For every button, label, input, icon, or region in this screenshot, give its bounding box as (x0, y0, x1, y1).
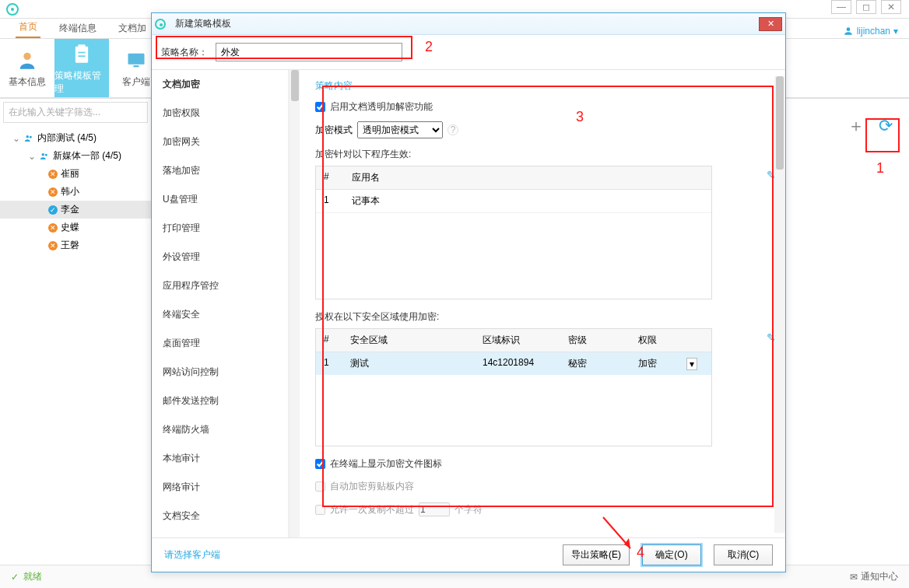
annotation-2: 2 (425, 39, 433, 55)
category-item[interactable]: 审批流程 (152, 530, 288, 537)
category-item[interactable]: 加密网关 (152, 128, 288, 156)
enable-encryption-label: 启用文档透明加解密功能 (330, 100, 433, 114)
dialog-title: 新建策略模板 (175, 17, 754, 30)
col-level: 密级 (560, 329, 630, 352)
category-item[interactable]: 落地加密 (152, 156, 288, 185)
table-row[interactable]: 1记事本 (316, 190, 711, 213)
dialog-close-button[interactable]: ✕ (759, 17, 782, 31)
select-clients-link[interactable]: 请选择客户端 (164, 548, 220, 562)
zones-table: # 安全区域 区域标识 密级 权限 1测试14c1201894秘密加密▾ (315, 328, 712, 446)
policy-name-label: 策略名称： (161, 46, 208, 59)
category-item[interactable]: 应用程序管控 (152, 271, 288, 300)
show-icon-checkbox[interactable] (315, 459, 325, 469)
apps-subhead: 加密针对以下程序生效: (315, 145, 774, 166)
new-policy-dialog: 新建策略模板 ✕ 策略名称： 文档加密加密权限加密网关落地加密U盘管理打印管理外… (151, 12, 786, 572)
zones-subhead: 授权在以下安全区域使用加密: (315, 307, 774, 328)
annotation-3: 3 (576, 109, 584, 125)
copy-limit-suffix: 个字符 (454, 503, 483, 516)
settings-pane: 策略内容 启用文档透明加解密功能 加密模式 透明加密模式 ? 加密针对以下程序生… (300, 70, 785, 537)
chevron-down-icon[interactable]: ▾ (686, 358, 697, 370)
category-item[interactable]: 加密权限 (152, 99, 288, 128)
category-item[interactable]: 文档安全 (152, 502, 288, 530)
apps-table: # 应用名 1记事本 (315, 166, 712, 299)
col-zone: 安全区域 (342, 329, 475, 352)
category-item[interactable]: 文档加密 (152, 70, 288, 99)
copy-limit-label: 允许一次复制不超过 (330, 503, 414, 516)
policy-name-input[interactable] (216, 43, 402, 61)
category-item[interactable]: 桌面管理 (152, 329, 288, 358)
category-item[interactable]: 外设管理 (152, 243, 288, 271)
section-title: 策略内容 (315, 76, 774, 96)
auto-clipboard-label: 自动加密剪贴板内容 (330, 480, 414, 493)
dialog-logo-icon (155, 19, 166, 30)
mode-label: 加密模式 (315, 124, 353, 137)
col-idx: # (316, 166, 344, 189)
enable-encryption-checkbox[interactable] (315, 102, 325, 112)
table-row[interactable]: 1测试14c1201894秘密加密▾ (316, 352, 711, 375)
cancel-button[interactable]: 取消(C) (714, 544, 773, 565)
auto-clipboard-checkbox (315, 481, 325, 492)
col-perm: 权限 (630, 329, 700, 352)
copy-limit-input (419, 502, 450, 516)
mode-select[interactable]: 透明加密模式 (357, 121, 443, 138)
ok-button[interactable]: 确定(O) (642, 544, 701, 565)
col-name: 应用名 (344, 166, 711, 189)
category-item[interactable]: U盘管理 (152, 185, 288, 214)
category-item[interactable]: 网站访问控制 (152, 358, 288, 387)
settings-scrollbar[interactable] (774, 76, 785, 533)
annotation-arrow (599, 513, 646, 562)
category-item[interactable]: 终端安全 (152, 300, 288, 329)
category-list: 文档加密加密权限加密网关落地加密U盘管理打印管理外设管理应用程序管控终端安全桌面… (152, 70, 289, 537)
annotation-1: 1 (876, 160, 884, 177)
help-icon[interactable]: ? (447, 124, 458, 135)
category-item[interactable]: 邮件发送控制 (152, 387, 288, 415)
category-item[interactable]: 打印管理 (152, 214, 288, 243)
copy-limit-checkbox (315, 505, 325, 515)
col-tag: 区域标识 (475, 329, 560, 352)
col-idx: # (316, 329, 342, 352)
category-item[interactable]: 本地审计 (152, 444, 288, 473)
category-scrollbar[interactable] (289, 70, 300, 537)
svg-marker-12 (624, 538, 630, 548)
show-icon-label: 在终端上显示加密文件图标 (330, 457, 442, 471)
category-item[interactable]: 网络审计 (152, 473, 288, 502)
category-item[interactable]: 终端防火墙 (152, 415, 288, 444)
